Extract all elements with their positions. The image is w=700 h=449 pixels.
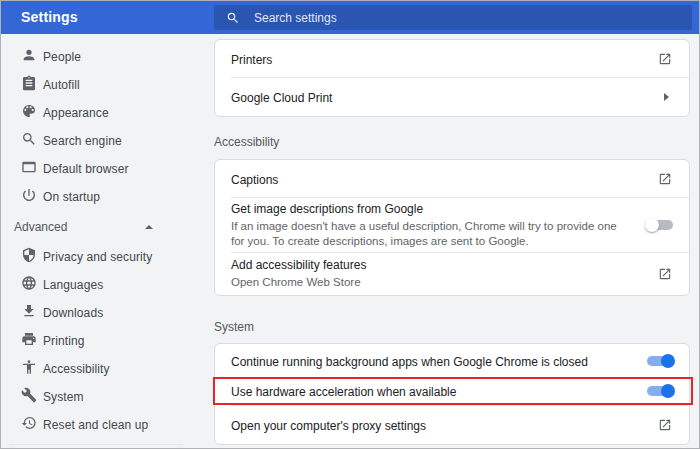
row-description: If an image doesn't have a useful descri… bbox=[231, 219, 633, 249]
sidebar-item-reset[interactable]: Reset and clean up bbox=[1, 411, 211, 439]
page-title: Settings bbox=[21, 1, 78, 34]
proxy-settings-row[interactable]: Open your computer's proxy settings bbox=[215, 405, 689, 444]
sidebar-item-on-startup[interactable]: On startup bbox=[1, 183, 211, 211]
search-box[interactable] bbox=[214, 5, 692, 30]
printer-icon bbox=[21, 331, 43, 351]
sidebar-item-label: On startup bbox=[43, 190, 100, 204]
search-icon bbox=[226, 11, 240, 25]
external-link-icon[interactable] bbox=[657, 51, 673, 67]
advanced-label: Advanced bbox=[14, 220, 67, 234]
sidebar-item-label: Privacy and security bbox=[43, 250, 152, 264]
row-label: Captions bbox=[231, 173, 278, 187]
google-cloud-print-row[interactable]: Google Cloud Print bbox=[215, 77, 689, 116]
search-icon bbox=[21, 131, 43, 151]
accessibility-heading: Accessibility bbox=[214, 135, 690, 149]
sidebar-item-label: Downloads bbox=[43, 306, 103, 320]
sidebar-item-label: Printing bbox=[43, 334, 85, 348]
sidebar-item-autofill[interactable]: Autofill bbox=[1, 71, 211, 99]
browser-icon bbox=[21, 159, 43, 179]
sidebar-item-label: Languages bbox=[43, 278, 103, 292]
background-apps-toggle[interactable] bbox=[647, 356, 673, 366]
globe-icon bbox=[21, 275, 43, 295]
sidebar-item-label: Autofill bbox=[43, 78, 80, 92]
row-label: Continue running background apps when Go… bbox=[231, 355, 588, 369]
printers-row[interactable]: Printers bbox=[215, 40, 689, 77]
row-label: Add accessibility features bbox=[231, 257, 643, 273]
system-card: Continue running background apps when Go… bbox=[214, 343, 690, 445]
row-label: Google Cloud Print bbox=[231, 91, 332, 105]
chrome-settings-window: Settings People Autofill Appearance Sear… bbox=[0, 0, 700, 449]
sidebar-divider bbox=[9, 444, 183, 445]
accessibility-card: Captions Get image descriptions from Goo… bbox=[214, 159, 690, 296]
row-label: Open your computer's proxy settings bbox=[231, 419, 426, 433]
sidebar-item-label: Search engine bbox=[43, 134, 122, 148]
sidebar-item-label: Reset and clean up bbox=[43, 418, 148, 432]
person-icon bbox=[21, 47, 43, 67]
image-descriptions-row[interactable]: Get image descriptions from Google If an… bbox=[215, 197, 689, 252]
sidebar-item-languages[interactable]: Languages bbox=[1, 271, 211, 299]
sidebar-item-label: Appearance bbox=[43, 106, 109, 120]
add-accessibility-features-row[interactable]: Add accessibility features Open Chrome W… bbox=[215, 252, 689, 295]
restore-icon bbox=[21, 415, 43, 435]
row-label: Get image descriptions from Google bbox=[231, 201, 633, 217]
palette-icon bbox=[21, 103, 43, 123]
sidebar: People Autofill Appearance Search engine… bbox=[1, 34, 211, 448]
toggle-knob bbox=[661, 384, 675, 398]
sidebar-item-accessibility[interactable]: Accessibility bbox=[1, 355, 211, 383]
external-link-icon[interactable] bbox=[657, 171, 673, 187]
settings-content: Printers Google Cloud Print Accessibilit… bbox=[211, 34, 699, 448]
sidebar-item-people[interactable]: People bbox=[1, 43, 211, 71]
row-description: Open Chrome Web Store bbox=[231, 275, 643, 290]
sidebar-item-appearance[interactable]: Appearance bbox=[1, 99, 211, 127]
hardware-acceleration-toggle[interactable] bbox=[647, 386, 673, 396]
sidebar-advanced-toggle[interactable]: Advanced bbox=[1, 211, 211, 243]
sidebar-item-system[interactable]: System bbox=[1, 383, 211, 411]
sidebar-item-label: People bbox=[43, 50, 81, 64]
caret-up-icon bbox=[145, 225, 153, 229]
row-label: Printers bbox=[231, 53, 272, 67]
background-apps-row[interactable]: Continue running background apps when Go… bbox=[215, 344, 689, 377]
external-link-icon[interactable] bbox=[657, 266, 673, 282]
search-input[interactable] bbox=[252, 10, 680, 26]
system-heading: System bbox=[214, 320, 690, 334]
sidebar-item-privacy[interactable]: Privacy and security bbox=[1, 243, 211, 271]
sidebar-item-label: Accessibility bbox=[43, 362, 110, 376]
sidebar-item-label: Default browser bbox=[43, 162, 129, 176]
sidebar-item-downloads[interactable]: Downloads bbox=[1, 299, 211, 327]
power-icon bbox=[21, 187, 43, 207]
sidebar-item-default-browser[interactable]: Default browser bbox=[1, 155, 211, 183]
captions-row[interactable]: Captions bbox=[215, 160, 689, 197]
shield-icon bbox=[21, 247, 43, 267]
sidebar-item-search-engine[interactable]: Search engine bbox=[1, 127, 211, 155]
download-icon bbox=[21, 303, 43, 323]
header-bar: Settings bbox=[1, 1, 699, 34]
sidebar-item-printing[interactable]: Printing bbox=[1, 327, 211, 355]
toggle-knob bbox=[661, 354, 675, 368]
row-label: Use hardware acceleration when available bbox=[231, 385, 456, 399]
image-descriptions-toggle[interactable] bbox=[647, 220, 673, 230]
printing-card: Printers Google Cloud Print bbox=[214, 39, 690, 117]
toggle-knob bbox=[645, 218, 659, 232]
wrench-icon bbox=[21, 387, 43, 407]
accessibility-icon bbox=[21, 359, 43, 379]
autofill-icon bbox=[21, 75, 43, 95]
sidebar-item-label: System bbox=[43, 390, 84, 404]
hardware-acceleration-row[interactable]: Use hardware acceleration when available bbox=[215, 377, 689, 405]
external-link-icon[interactable] bbox=[657, 417, 673, 433]
submenu-arrow-icon bbox=[664, 93, 669, 101]
